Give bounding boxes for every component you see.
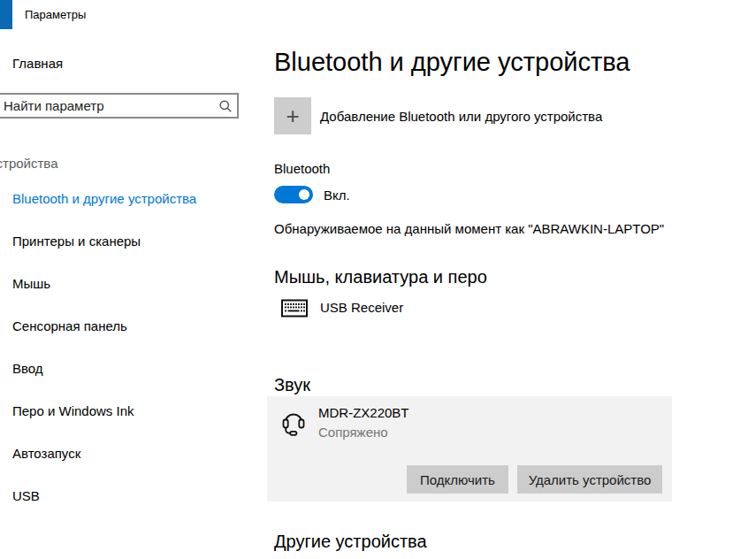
add-device-square[interactable]: + <box>274 97 311 134</box>
section-heading-mouse-keyboard-pen: Мышь, клавиатура и перо <box>274 267 487 287</box>
device-name-usb-receiver: USB Receiver <box>320 299 403 315</box>
toggle-state-label: Вкл. <box>324 188 350 203</box>
add-device-button[interactable]: + Добавление Bluetooth или другого устро… <box>274 97 602 134</box>
device-row-usb-receiver[interactable]: USB Receiver <box>281 299 403 321</box>
keyboard-icon <box>281 299 308 321</box>
sidebar-item-bluetooth[interactable]: Bluetooth и другие устройства <box>12 191 196 206</box>
sidebar-item-mouse[interactable]: Мышь <box>12 276 50 291</box>
page-title: Bluetooth и другие устройства <box>274 48 630 77</box>
toggle-knob <box>299 189 309 200</box>
window-title: Параметры <box>25 8 86 21</box>
sidebar-section-devices: Устройства <box>0 156 57 171</box>
sidebar-item-printers[interactable]: Принтеры и сканеры <box>12 234 141 249</box>
settings-search[interactable] <box>0 93 239 119</box>
sidebar-item-autoplay[interactable]: Автозапуск <box>12 446 80 461</box>
device-name: MDR-ZX220BT <box>318 405 409 420</box>
add-device-label: Добавление Bluetooth или другого устройс… <box>320 109 602 124</box>
connect-button[interactable]: Подключить <box>407 465 508 494</box>
app-icon-partial <box>0 0 12 29</box>
device-status: Сопряжено <box>318 425 388 440</box>
section-heading-other-devices: Другие устройства <box>274 532 427 552</box>
discoverable-text: Обнаруживаемое на данный момент как "ABR… <box>274 221 664 236</box>
sidebar-item-pen[interactable]: Перо и Windows Ink <box>12 403 134 418</box>
search-input[interactable] <box>0 98 214 113</box>
sidebar-item-touchpad[interactable]: Сенсорная панель <box>12 318 127 333</box>
sidebar-item-usb[interactable]: USB <box>12 488 40 503</box>
sidebar-item-home[interactable]: Главная <box>12 56 63 71</box>
bluetooth-label: Bluetooth <box>274 161 330 176</box>
settings-window: Параметры Главная Устройства Bluetooth и… <box>0 0 756 559</box>
bluetooth-toggle[interactable] <box>274 186 313 203</box>
sidebar-item-typing[interactable]: Ввод <box>12 361 43 376</box>
section-heading-sound: Звук <box>274 375 310 395</box>
search-icon[interactable] <box>214 95 237 117</box>
headset-icon <box>281 407 306 442</box>
remove-device-button[interactable]: Удалить устройство <box>517 465 662 494</box>
plus-icon: + <box>286 104 299 127</box>
device-card-headphones[interactable]: MDR-ZX220BT Сопряжено Подключить Удалить… <box>267 396 672 502</box>
